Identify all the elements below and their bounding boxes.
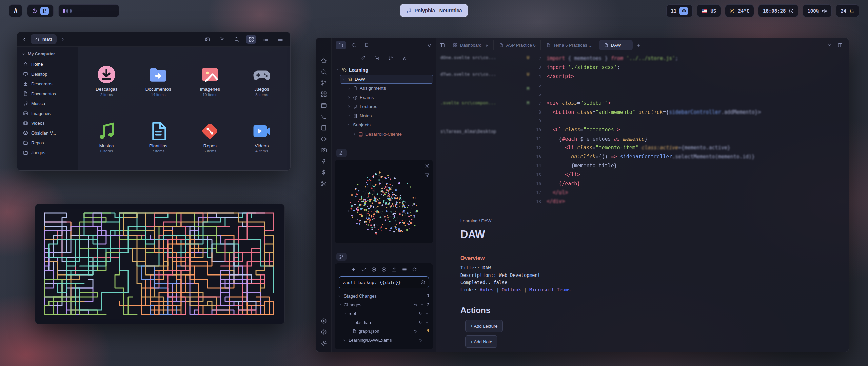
- chevron-down-icon[interactable]: [342, 77, 346, 81]
- git-row-staged-changes[interactable]: Staged Changes0: [335, 291, 433, 300]
- panel-left-icon[interactable]: [439, 43, 445, 48]
- pencil-action-icon[interactable]: [360, 56, 366, 61]
- git-undo-icon[interactable]: [418, 320, 422, 324]
- collapse-action-icon[interactable]: [402, 56, 407, 61]
- git-plus-icon[interactable]: [420, 303, 424, 307]
- sidebar-item-videos[interactable]: Videos: [20, 118, 74, 128]
- forward-icon[interactable]: [60, 37, 65, 42]
- gear-ribbon-icon[interactable]: [321, 340, 327, 346]
- screens-indicator[interactable]: 11: [666, 4, 693, 17]
- git-undo-icon[interactable]: [414, 303, 418, 307]
- image-tool-button[interactable]: [202, 35, 213, 44]
- chevron-right-icon[interactable]: [353, 132, 356, 136]
- git-minus-icon[interactable]: [420, 294, 424, 298]
- tree-item-exams[interactable]: Exams: [345, 93, 433, 102]
- tab-dashboard[interactable]: Dashboard: [448, 40, 494, 50]
- search-tool-button[interactable]: [231, 35, 242, 44]
- commit-message-input[interactable]: vault backup: {{date}}: [339, 276, 429, 288]
- sort-action-icon[interactable]: [388, 56, 393, 61]
- sidebar-tab-bookmark[interactable]: [361, 41, 372, 49]
- folder-plus-tool-button[interactable]: [217, 35, 227, 44]
- chevron-down-icon[interactable]: [336, 68, 340, 72]
- clock-indicator[interactable]: 18:08:28: [758, 4, 798, 17]
- git-refresh-icon[interactable]: [412, 267, 417, 272]
- git-row-root[interactable]: root: [335, 309, 433, 318]
- help-ribbon-icon[interactable]: [321, 329, 327, 335]
- chevron-right-icon[interactable]: [347, 96, 351, 99]
- tree-item-notes[interactable]: Notes: [345, 111, 433, 120]
- keyboard-layout-indicator[interactable]: US: [697, 4, 721, 17]
- git-plus-icon[interactable]: [420, 329, 424, 333]
- home-ribbon-icon[interactable]: [321, 58, 327, 64]
- list-tool-button[interactable]: [260, 35, 271, 44]
- code-editor[interactable]: 2import { mementoes } from '../../store.…: [436, 54, 849, 206]
- folder-tile-descargas[interactable]: Descargas2 items: [81, 52, 133, 109]
- git-row--obsidian[interactable]: .obsidian: [335, 318, 433, 327]
- tab-asp-practice-6[interactable]: ASP Practice 6: [494, 40, 541, 50]
- quick-actions-pill[interactable]: [27, 4, 54, 17]
- link-outlook[interactable]: Outlook: [502, 287, 521, 292]
- panel-right-icon[interactable]: [837, 43, 843, 48]
- git-undo-icon[interactable]: [418, 338, 422, 342]
- git-row-learning-daw-exams[interactable]: Learning/DAW/Exams: [335, 336, 433, 344]
- sidebar-item-descargas[interactable]: Descargas: [20, 79, 74, 89]
- code-ribbon-icon[interactable]: [321, 136, 327, 142]
- add-note-button[interactable]: + Add Note: [465, 336, 497, 348]
- notes-chip[interactable]: [40, 7, 49, 15]
- sidebar-item-home[interactable]: Home: [20, 59, 74, 69]
- tree-item-desarrollo-cliente[interactable]: Desarrollo-Cliente: [351, 129, 433, 139]
- pipes-terminal-window[interactable]: [35, 204, 285, 324]
- git-row-graph-json[interactable]: graph.jsonM: [335, 327, 433, 336]
- chevron-down-icon[interactable]: [343, 312, 347, 316]
- git-plus-icon[interactable]: [425, 311, 429, 316]
- pin-ribbon-icon[interactable]: [321, 158, 327, 164]
- power-icon[interactable]: [32, 8, 37, 14]
- dollar-ribbon-icon[interactable]: [321, 169, 327, 176]
- camera-ribbon-icon[interactable]: [321, 147, 327, 153]
- now-playing-pill[interactable]: Polyphia - Neurotica: [400, 4, 468, 17]
- sidebar-item-obsidian-v-[interactable]: Obsidian V...: [20, 128, 74, 138]
- tab-tema-6-pr-cticas-[interactable]: Tema 6 Prácticas -...: [541, 40, 598, 50]
- folder-tile-repos[interactable]: Repos6 items: [184, 109, 236, 165]
- new-tab-button[interactable]: [633, 40, 644, 50]
- chevron-right-icon[interactable]: [347, 105, 351, 108]
- breadcrumb[interactable]: matt: [31, 34, 57, 44]
- chevron-right-icon[interactable]: [347, 114, 351, 118]
- back-icon[interactable]: [22, 37, 27, 42]
- tree-item-daw[interactable]: DAW: [340, 75, 433, 84]
- sidebar-item-juegos[interactable]: Juegos: [20, 148, 74, 158]
- git-row-changes[interactable]: Changes2: [335, 300, 433, 309]
- calendar-ribbon-icon[interactable]: [321, 102, 327, 108]
- workspace-indicator-pill[interactable]: [58, 4, 119, 17]
- folder-tile-documentos[interactable]: Documentos14 items: [133, 52, 184, 109]
- weather-indicator[interactable]: 24°C: [725, 4, 754, 17]
- git-panel-tab[interactable]: [336, 253, 347, 261]
- pin-icon[interactable]: [485, 43, 489, 47]
- branch-ribbon-icon[interactable]: [321, 80, 327, 86]
- chevron-down-icon[interactable]: [338, 303, 342, 307]
- sidebar-item-musica[interactable]: Musica: [20, 99, 74, 108]
- git-plus-icon[interactable]: [425, 338, 429, 342]
- tab-list-icon[interactable]: [827, 43, 832, 48]
- terminal-ribbon-icon[interactable]: [321, 114, 327, 120]
- folder-tile-imagenes[interactable]: Imagenes10 items: [184, 52, 236, 109]
- link-microsoft-teams[interactable]: Microsoft Teams: [529, 287, 571, 292]
- git-check-icon[interactable]: [361, 267, 366, 272]
- notifications-indicator[interactable]: 24: [836, 4, 859, 17]
- git-plus-icon[interactable]: [425, 320, 429, 324]
- tree-item-subjects[interactable]: Subjects: [345, 120, 433, 129]
- sidebar-tab-folder[interactable]: [336, 41, 346, 49]
- tree-item-learning[interactable]: Learning: [334, 65, 433, 75]
- chevron-right-icon[interactable]: [347, 86, 351, 90]
- sidebar-item-repos[interactable]: Repos: [20, 138, 74, 148]
- grid-tool-button[interactable]: [246, 35, 256, 44]
- git-plus-circle-icon[interactable]: [371, 267, 376, 272]
- git-plus-icon[interactable]: [351, 267, 356, 272]
- collapse-sidebar-icon[interactable]: [427, 43, 432, 48]
- tree-item-lectures[interactable]: Lectures: [345, 102, 433, 111]
- folder-plus-action-icon[interactable]: [374, 56, 379, 61]
- folder-tile-musica[interactable]: Musica6 items: [81, 109, 133, 165]
- git-minus-circle-icon[interactable]: [381, 267, 387, 272]
- search-ribbon-icon[interactable]: [321, 69, 327, 75]
- close-icon[interactable]: [624, 43, 628, 47]
